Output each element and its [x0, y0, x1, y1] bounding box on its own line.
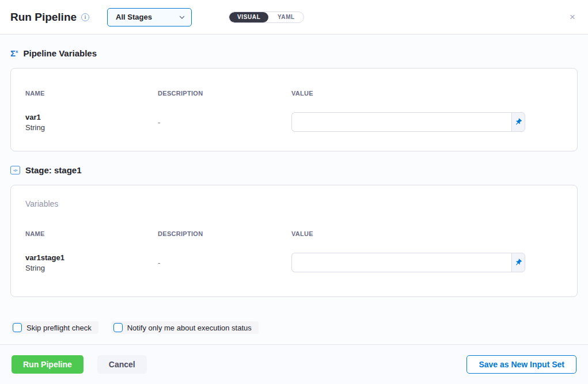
- stage-selector-dropdown[interactable]: All Stages: [107, 8, 192, 26]
- visual-yaml-toggle: VISUAL YAML: [229, 12, 304, 23]
- variable-value-cell: [291, 253, 525, 272]
- pin-button[interactable]: [511, 253, 525, 272]
- table-row: var1stage1 String -: [25, 253, 563, 296]
- col-value: VALUE: [291, 230, 563, 237]
- cancel-button[interactable]: Cancel: [97, 355, 147, 374]
- variable-name-cell: var1 String: [25, 113, 158, 132]
- variable-value-cell: [291, 112, 525, 132]
- section-title: Pipeline Variables: [23, 48, 97, 58]
- card-title: Variables: [25, 185, 563, 208]
- skip-preflight-label: Skip preflight check: [26, 324, 92, 332]
- col-value: VALUE: [291, 90, 563, 97]
- chevron-down-icon: [179, 14, 185, 21]
- variable-name: var1stage1: [25, 253, 158, 262]
- notify-me-option[interactable]: Notify only me about execution status: [111, 321, 259, 334]
- dialog-header: Run Pipeline i All Stages VISUAL YAML ×: [0, 0, 588, 35]
- variable-type: String: [25, 264, 158, 272]
- pin-icon: [513, 257, 524, 268]
- table-header: NAME DESCRIPTION VALUE: [25, 208, 563, 237]
- pipeline-variables-card: NAME DESCRIPTION VALUE var1 String -: [10, 68, 578, 151]
- skip-preflight-checkbox[interactable]: [13, 323, 22, 332]
- variable-type: String: [25, 123, 158, 132]
- stage-title: Stage: stage1: [25, 165, 82, 175]
- notify-me-checkbox[interactable]: [113, 323, 123, 332]
- var1-value-input[interactable]: [291, 112, 511, 132]
- notify-me-label: Notify only me about execution status: [127, 324, 252, 332]
- pin-button[interactable]: [511, 112, 525, 132]
- sigma-x-icon: Σx: [10, 49, 18, 58]
- variable-description: -: [158, 118, 291, 127]
- skip-preflight-option[interactable]: Skip preflight check: [10, 321, 98, 334]
- run-pipeline-dialog: Run Pipeline i All Stages VISUAL YAML × …: [0, 0, 588, 384]
- stage-variables-card: Variables NAME DESCRIPTION VALUE var1sta…: [10, 185, 578, 297]
- execution-options: Skip preflight check Notify only me abou…: [10, 321, 578, 334]
- stage-heading: </> Stage: stage1: [10, 165, 578, 175]
- variable-description: -: [158, 258, 291, 267]
- info-icon[interactable]: i: [81, 13, 89, 21]
- pin-icon: [513, 116, 524, 128]
- save-as-new-input-set-button[interactable]: Save as New Input Set: [466, 355, 576, 374]
- run-pipeline-button[interactable]: Run Pipeline: [12, 355, 84, 374]
- variable-name: var1: [25, 113, 158, 121]
- toggle-yaml[interactable]: YAML: [268, 12, 304, 22]
- dialog-body: Σx Pipeline Variables NAME DESCRIPTION V…: [0, 35, 588, 344]
- table-header: NAME DESCRIPTION VALUE: [25, 69, 563, 97]
- dialog-footer: Run Pipeline Cancel Save as New Input Se…: [0, 344, 588, 384]
- var1stage1-value-input[interactable]: [291, 253, 511, 272]
- custom-stage-icon: </>: [10, 166, 20, 174]
- stage-selector-value: All Stages: [116, 13, 179, 21]
- col-description: DESCRIPTION: [158, 90, 291, 97]
- toggle-visual[interactable]: VISUAL: [229, 12, 268, 22]
- page-title: Run Pipeline: [10, 11, 77, 24]
- col-description: DESCRIPTION: [158, 230, 291, 237]
- table-row: var1 String -: [25, 112, 563, 151]
- col-name: NAME: [25, 90, 158, 97]
- close-icon[interactable]: ×: [567, 10, 578, 24]
- col-name: NAME: [25, 230, 158, 237]
- pipeline-variables-heading: Σx Pipeline Variables: [10, 48, 578, 58]
- variable-name-cell: var1stage1 String: [25, 253, 158, 272]
